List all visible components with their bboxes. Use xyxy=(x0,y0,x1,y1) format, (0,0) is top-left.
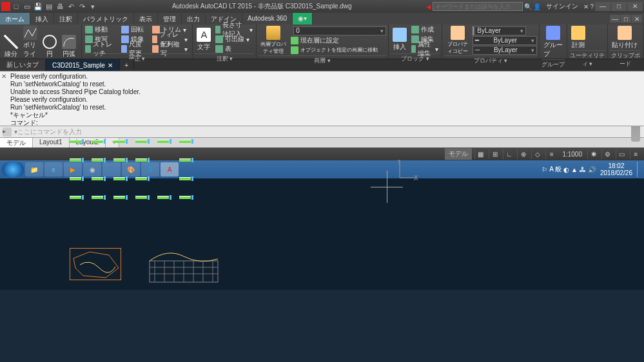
arc-button[interactable]: 円弧 xyxy=(60,34,78,59)
edit-attr-button[interactable]: 属性編集 ▾ xyxy=(410,44,440,53)
rotate-button[interactable]: 回転 xyxy=(120,25,150,34)
tab-manage[interactable]: 管理 xyxy=(158,13,182,24)
layer-props-button[interactable]: 画層プロパティ管理 xyxy=(259,25,288,55)
tab-a360[interactable]: Autodesk 360 xyxy=(242,13,293,24)
line-button[interactable]: 線分 xyxy=(2,34,20,59)
show-desktop[interactable] xyxy=(637,162,642,177)
cmd-prompt-icon[interactable]: ▸ xyxy=(3,128,12,137)
svg-text:Y: Y xyxy=(397,160,402,165)
maximize-button[interactable]: □ xyxy=(611,2,627,11)
tab-layout1[interactable]: Layout1 xyxy=(33,138,70,148)
tab-home[interactable]: ホーム xyxy=(0,13,30,24)
cmd-close-icon[interactable]: ✕ xyxy=(1,73,8,79)
new-icon[interactable]: □ xyxy=(12,2,21,11)
modelspace-toggle[interactable]: モデル xyxy=(445,148,472,160)
color-combo[interactable]: ByLayer xyxy=(474,26,526,35)
filetab-sample[interactable]: C3D2015_Sample✕ xyxy=(46,59,120,71)
drawing-canvas[interactable]: — □ ✕ YX ✕ Please verify configuration. … xyxy=(0,71,644,290)
panel-util-label[interactable]: ユーティリティ ▾ xyxy=(569,50,605,68)
make-current-button[interactable]: 現在層に設定 xyxy=(289,36,386,45)
ime-indicator[interactable]: A 般 xyxy=(549,165,561,174)
circle-button[interactable]: 円 xyxy=(41,34,59,59)
tab-annotate[interactable]: 注釈 xyxy=(54,13,78,24)
create-block-button[interactable]: 作成 xyxy=(410,25,440,34)
tray-volume-icon[interactable]: 🔊 xyxy=(588,166,596,173)
linetype-combo[interactable]: ─ ByLayer xyxy=(473,46,537,55)
customize-icon[interactable]: ≡ xyxy=(630,149,641,159)
tab-featured[interactable]: ◉▾ xyxy=(293,13,313,24)
panel-layers-label[interactable]: 画層 ▾ xyxy=(259,55,386,65)
tab-parametric[interactable]: パラメトリック xyxy=(78,13,134,24)
signin-link[interactable]: サインイン xyxy=(546,2,578,11)
layer-combo[interactable]: 0 xyxy=(293,26,386,35)
redo-icon[interactable]: ↷ xyxy=(77,2,86,11)
taskbar-explorer-icon[interactable]: 📁 xyxy=(25,162,43,176)
stretch-button[interactable]: ストレッチ xyxy=(84,44,119,53)
panel-annot-label[interactable]: 注釈 ▾ xyxy=(195,53,254,63)
filetab-start[interactable]: 新しいタブ xyxy=(0,59,46,71)
move-button[interactable]: 移動 xyxy=(84,25,119,34)
undo-icon[interactable]: ↶ xyxy=(66,2,75,11)
tray-flag-icon[interactable]: ⚐ xyxy=(542,166,547,173)
panel-props-label[interactable]: プロパティ ▾ xyxy=(444,55,537,65)
ortho-toggle[interactable]: ∟ xyxy=(503,149,514,159)
minimize-button[interactable]: — xyxy=(595,2,610,11)
match-props-button[interactable]: プロパティコピー xyxy=(444,25,471,55)
tray-network-icon[interactable]: 🖧 xyxy=(580,166,586,173)
color-icon[interactable] xyxy=(473,26,474,35)
anno-scale[interactable]: 1:1000 xyxy=(560,151,585,158)
polar-toggle[interactable]: ⊕ xyxy=(517,149,529,159)
start-button[interactable] xyxy=(2,162,24,177)
insert-block-button[interactable]: 挿入 xyxy=(391,27,409,52)
open-icon[interactable]: ▭ xyxy=(23,2,32,11)
osnap-toggle[interactable]: ◇ xyxy=(531,149,543,159)
command-history[interactable]: ✕ Please verify configuration. Run 'setN… xyxy=(0,71,644,126)
array-button[interactable]: 配列複写 ▾ xyxy=(151,44,190,53)
close-button[interactable]: ✕ xyxy=(627,2,643,11)
match-layer-button[interactable]: オブジェクトを指定の画層に移動 xyxy=(289,46,386,55)
ucs-icon[interactable]: YX xyxy=(396,160,418,182)
search-input[interactable] xyxy=(433,2,523,11)
group-button[interactable]: グループ xyxy=(542,25,565,59)
text-button[interactable]: A文字 xyxy=(195,27,213,52)
workspace-icon[interactable]: ⚙ xyxy=(601,149,613,159)
paste-button[interactable]: 貼り付け xyxy=(610,25,639,50)
scale-button[interactable]: 尺度変更 xyxy=(120,44,150,53)
dimension-button[interactable]: 長さ寸法記入 ▾ xyxy=(214,25,254,34)
plot-icon[interactable]: 🖶 xyxy=(55,2,64,11)
clean-screen-icon[interactable]: ▭ xyxy=(616,149,627,159)
tab-insert[interactable]: 挿入 xyxy=(30,13,54,24)
tab-output[interactable]: 出力 xyxy=(182,13,206,24)
tab-close-icon[interactable]: ✕ xyxy=(108,62,113,69)
panel-block-label[interactable]: ブロック ▾ xyxy=(391,53,440,63)
doc-max[interactable]: □ xyxy=(621,15,631,23)
exchange-icon[interactable]: ✕ xyxy=(583,3,589,10)
filetab-add[interactable]: + xyxy=(120,59,134,71)
qat-chevron-icon[interactable]: ▾ xyxy=(88,2,97,11)
snap-toggle[interactable]: ⊞ xyxy=(489,149,500,159)
saveas-icon[interactable]: ▤ xyxy=(44,2,54,11)
table-button[interactable]: 表 xyxy=(214,44,254,53)
save-icon[interactable]: 💾 xyxy=(34,2,43,11)
tab-model[interactable]: モデル xyxy=(0,138,33,148)
taskbar-ie-icon[interactable]: e xyxy=(44,162,63,176)
grid-toggle[interactable]: ▦ xyxy=(474,149,486,159)
ribbon: 線分 ポリライン 円 円弧 作成 ▾ 移動 複写 ストレッチ 回転 鏡像 尺度変… xyxy=(0,24,644,59)
doc-close[interactable]: ✕ xyxy=(632,15,642,23)
svg-text:X: X xyxy=(414,175,418,182)
lineweight-combo[interactable]: ━ ByLayer xyxy=(473,36,537,45)
lwt-toggle[interactable]: ≡ xyxy=(545,149,557,159)
anno-toggle[interactable]: ✱ xyxy=(587,149,599,159)
search-icon[interactable]: 🔍 xyxy=(524,3,532,10)
tab-view[interactable]: 表示 xyxy=(134,13,158,24)
infocenter-icon[interactable]: ◀ xyxy=(426,3,431,10)
tray-icon[interactable]: ▲ xyxy=(571,166,578,173)
user-icon[interactable]: 👤 xyxy=(533,3,541,10)
panel-clip-label: クリップボード xyxy=(610,50,641,68)
doc-min[interactable]: — xyxy=(610,15,620,23)
leader-button[interactable]: 引出線 ▾ xyxy=(214,35,254,44)
measure-button[interactable]: 計測 xyxy=(569,25,587,50)
help-icon[interactable]: ? xyxy=(590,3,594,10)
taskbar-clock[interactable]: 18:022018/02/26 xyxy=(598,162,635,176)
tray-icon[interactable]: ◐ xyxy=(563,166,569,173)
